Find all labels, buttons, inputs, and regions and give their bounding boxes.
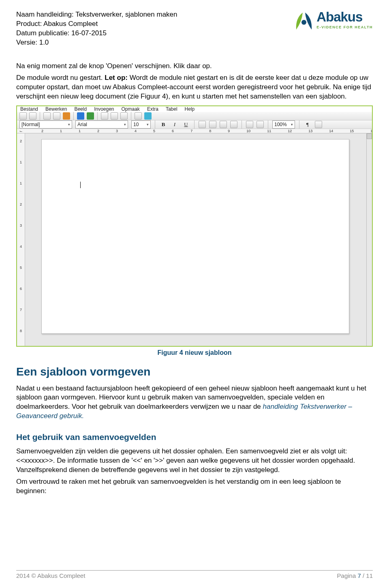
redo-icon[interactable] (87, 112, 94, 120)
footer-pagination: Pagina 7 / 11 (337, 572, 373, 579)
separator (299, 120, 299, 129)
font-combo[interactable]: Arial (75, 120, 128, 129)
print-icon[interactable] (29, 112, 36, 120)
menu-invoegen[interactable]: Invoegen (94, 106, 114, 112)
cut-icon[interactable] (43, 112, 51, 120)
copy-icon[interactable] (53, 112, 60, 120)
ruler-tick: 5 (153, 129, 155, 133)
menu-tabel[interactable]: Tabel (166, 106, 177, 112)
zoom-value: 100% (274, 122, 287, 127)
ruler-tick: 11 (267, 129, 271, 133)
ruler-tick: 5 (20, 266, 22, 270)
ruler-tick: 7 (20, 308, 22, 312)
logo-mark-icon (294, 10, 314, 31)
ruler-tick: 2 (20, 202, 22, 206)
logo-title: Abakus (316, 10, 373, 24)
section-heading: Een sjabloon vormgeven (16, 365, 373, 378)
separator (155, 120, 155, 129)
document-header: Naam handleiding: Tekstverwerker, sjablo… (16, 10, 373, 47)
header-meta: Naam handleiding: Tekstverwerker, sjablo… (16, 10, 177, 47)
abakus-logo: Abakus E-VIDENCE FOR HEALTH (294, 10, 373, 31)
fontsize-combo[interactable]: 10 (131, 120, 151, 129)
footer-page-sep: / (361, 572, 366, 579)
document-canvas[interactable] (25, 133, 366, 347)
ruler-tick: 10 (246, 129, 250, 133)
meta-line: Versie: 1.0 (16, 38, 177, 47)
separator (73, 112, 74, 120)
image-icon[interactable] (135, 112, 142, 120)
scroll-up-icon[interactable] (367, 133, 372, 139)
footer-copyright: 2014 © Abakus Compleet (16, 572, 85, 579)
underline-button[interactable]: U (182, 120, 190, 129)
intro-line2-pre: De module wordt nu gestart. (16, 74, 105, 82)
align-left-icon[interactable] (199, 121, 206, 128)
italic-button[interactable]: I (171, 120, 179, 129)
align-justify-icon[interactable] (230, 121, 237, 128)
menu-help[interactable]: Help (185, 106, 195, 112)
svg-point-0 (301, 20, 306, 25)
zoom-combo[interactable]: 100% (272, 120, 295, 129)
ruler-tick: 15 (350, 129, 354, 133)
ruler-tick: 2 (97, 129, 99, 133)
menu-extra[interactable]: Extra (147, 106, 158, 112)
ruler-tick: 4 (20, 245, 22, 249)
menu-opmaak[interactable]: Opmaak (122, 106, 140, 112)
control-chars-icon[interactable] (315, 121, 322, 128)
ruler-tick: 3 (20, 223, 22, 227)
meta-line: Naam handleiding: Tekstverwerker, sjablo… (16, 10, 177, 19)
ruler-tick: 3 (116, 129, 118, 133)
fontsize-value: 10 (133, 122, 139, 127)
bold-button[interactable]: B (159, 120, 167, 129)
frame-icon[interactable] (120, 112, 128, 120)
ruler-tick: 12 (288, 129, 292, 133)
ruler-tick: 16 (370, 129, 373, 133)
list-number-icon[interactable] (256, 121, 264, 128)
logo-subtitle: E-VIDENCE FOR HEALTH (316, 25, 373, 29)
menu-bewerken[interactable]: Bewerken (45, 106, 67, 112)
hyperlink-icon[interactable] (144, 112, 152, 120)
main-toolbar (17, 112, 372, 120)
menubar: Bestand Bewerken Beeld Invoegen Opmaak E… (17, 106, 372, 112)
columns-icon[interactable] (111, 112, 118, 120)
style-value: [Normal] (21, 122, 40, 127)
separator (194, 120, 194, 129)
pilcrow-icon[interactable]: ¶ (304, 120, 312, 129)
table-icon[interactable] (101, 112, 108, 120)
ruler-tick: 6 (20, 287, 22, 291)
subsection-heading: Het gebruik van samenvoegvelden (16, 432, 373, 442)
ruler-tick: 13 (308, 129, 312, 133)
ruler-tick: 1 (20, 181, 22, 185)
ruler-tick: 1 (60, 129, 62, 133)
align-center-icon[interactable] (209, 121, 216, 128)
menu-bestand[interactable]: Bestand (20, 106, 38, 112)
style-combo[interactable]: [Normal] (19, 120, 72, 129)
separator (97, 112, 98, 120)
separator (131, 112, 131, 120)
ruler-tick: 7 (190, 129, 192, 133)
scroll-track[interactable] (367, 139, 372, 347)
text-cursor-icon (80, 182, 81, 188)
ruler-tick: 14 (329, 129, 333, 133)
ruler-tick: 4 (135, 129, 137, 133)
vertical-scrollbar[interactable] (366, 133, 372, 347)
paste-icon[interactable] (63, 112, 70, 120)
section1-paragraph: Nadat u een bestaand factuursjabloon hee… (16, 384, 373, 421)
undo-icon[interactable] (77, 112, 84, 120)
new-doc-icon[interactable] (19, 112, 27, 120)
ruler-tick: 6 (172, 129, 174, 133)
ruler-tick: 9 (228, 129, 230, 133)
horizontal-ruler[interactable]: ⌙ 2 1 1 2 3 4 5 6 7 8 9 10 11 12 13 14 1… (17, 129, 372, 133)
align-right-icon[interactable] (220, 121, 227, 128)
separator (40, 112, 40, 120)
ruler-marker-icon: ⌙ (19, 129, 23, 133)
ruler-tick: 1 (79, 129, 81, 133)
section2-p1: Samenvoegvelden zijn velden die gegevens… (16, 447, 373, 475)
menu-beeld[interactable]: Beeld (74, 106, 87, 112)
editor-screenshot: Bestand Bewerken Beeld Invoegen Opmaak E… (16, 105, 373, 347)
ruler-tick: 8 (209, 129, 211, 133)
list-bullet-icon[interactable] (246, 121, 253, 128)
section2-p2: Om vertrouwd te raken met het gebruik va… (16, 477, 373, 496)
blank-page[interactable] (41, 139, 349, 334)
vertical-ruler[interactable]: 2 1 1 2 3 4 5 6 7 8 9 10 (17, 133, 25, 347)
intro-bold: Let op: (105, 74, 128, 82)
